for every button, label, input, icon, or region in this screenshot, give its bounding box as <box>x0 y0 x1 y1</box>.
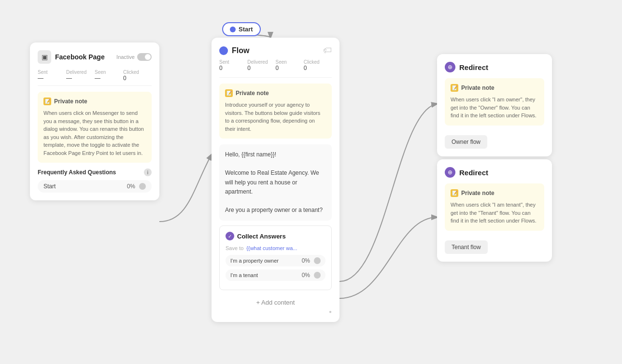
canvas: Start ▣ Facebook Page Inactive Sent — De… <box>0 0 622 364</box>
redirect-bottom-note-text: When users click "I am tenant", they get… <box>451 201 538 225</box>
answer-pct-tenant: 0% <box>302 272 310 279</box>
stat-seen-value: — <box>95 75 123 82</box>
faq-row[interactable]: Start 0% <box>38 180 152 193</box>
flow-sent-label: Sent <box>219 59 247 65</box>
flow-delivered-value: 0 <box>247 65 275 71</box>
flow-seen-label: Seen <box>276 59 304 65</box>
stat-delivered-value: — <box>66 75 95 82</box>
redirect-top-note-header: 📝 Private note <box>451 84 538 92</box>
flow-card: Flow 🏷 Sent 0 Delivered 0 Seen 0 Clicked… <box>212 38 339 322</box>
redirect-bottom-note: 📝 Private note When users click "I am te… <box>445 183 544 231</box>
facebook-page-card: ▣ Facebook Page Inactive Sent — Delivere… <box>30 42 159 200</box>
flow-note-icon: 📝 <box>225 89 233 97</box>
tenant-flow-button[interactable]: Tenant flow <box>445 240 488 254</box>
redirect-bottom-header: ⊕ Redirect <box>445 167 544 178</box>
inactive-toggle[interactable] <box>137 53 152 61</box>
start-badge[interactable]: Start <box>222 22 261 36</box>
answer-right-owner: 0% <box>302 257 321 264</box>
card-bottom-dot: ● <box>219 309 332 314</box>
flow-message-text: Hello, {{first name}}! Welcome to Real E… <box>225 150 326 215</box>
add-content[interactable]: + Add content <box>219 295 332 306</box>
faq-row-label: Start <box>43 183 56 190</box>
redirect-top-note-title: Private note <box>461 84 495 91</box>
redirect-top-note-text: When users click "I am owner", they get … <box>451 96 538 120</box>
flow-stat-delivered: Delivered 0 <box>247 59 275 71</box>
flow-stat-seen: Seen 0 <box>276 59 304 71</box>
flow-stat-sent: Sent 0 <box>219 59 247 71</box>
faq-dot <box>139 183 146 190</box>
save-to-value[interactable]: {{what customer wa... <box>246 245 297 251</box>
redirect-top-header: ⊕ Redirect <box>445 62 544 72</box>
facebook-stats-row: Sent — Delivered — Seen — Clicked 0 <box>38 70 152 86</box>
stat-clicked: Clicked 0 <box>123 70 152 82</box>
answer-dot-tenant <box>314 272 321 279</box>
faq-pct: 0% <box>127 183 135 190</box>
start-dot <box>230 27 236 32</box>
redirect-top-card: ⊕ Redirect 📝 Private note When users cli… <box>437 54 552 156</box>
redirect-bottom-title: Redirect <box>459 168 488 177</box>
answer-label-tenant: I'm a tenant <box>230 272 258 278</box>
facebook-card-header: ▣ Facebook Page Inactive <box>38 50 152 64</box>
flow-title: Flow <box>232 46 249 55</box>
answer-pct-owner: 0% <box>302 257 310 264</box>
stat-delivered: Delivered — <box>66 70 95 82</box>
flow-card-header: Flow 🏷 <box>219 45 332 56</box>
faq-header: Frequently Asked Questions i <box>38 168 152 176</box>
stat-clicked-value: 0 <box>123 75 152 82</box>
redirect-top-icon: ⊕ <box>445 62 455 72</box>
facebook-card-title: Facebook Page <box>55 53 105 61</box>
stat-clicked-label: Clicked <box>123 70 152 75</box>
facebook-title-row: ▣ Facebook Page <box>38 50 105 64</box>
facebook-private-note: 📝 Private note When users click on Messe… <box>38 92 152 163</box>
flow-private-note: 📝 Private note Introduce yourself or you… <box>219 84 332 139</box>
flow-note-header: 📝 Private note <box>225 89 326 97</box>
facebook-note-header: 📝 Private note <box>43 98 146 105</box>
answer-row-tenant[interactable]: I'm a tenant 0% <box>226 269 325 281</box>
flow-message-box: Hello, {{first name}}! Welcome to Real E… <box>219 144 332 221</box>
flow-stat-clicked: Clicked 0 <box>304 59 332 71</box>
faq-section: Frequently Asked Questions i Start 0% <box>38 168 152 193</box>
facebook-note-text: When users click on Messenger to send yo… <box>43 109 146 157</box>
stat-seen: Seen — <box>95 70 123 82</box>
collect-icon: ✓ <box>226 232 234 240</box>
redirect-top-note-icon: 📝 <box>451 84 458 92</box>
answer-right-tenant: 0% <box>302 272 321 279</box>
flow-title-row: Flow <box>219 46 249 55</box>
facebook-note-title: Private note <box>54 98 87 105</box>
flow-delivered-label: Delivered <box>247 59 275 65</box>
stat-seen-label: Seen <box>95 70 123 75</box>
inactive-badge: Inactive <box>116 53 152 61</box>
redirect-top-title: Redirect <box>459 63 488 71</box>
flow-stats: Sent 0 Delivered 0 Seen 0 Clicked 0 <box>219 59 332 78</box>
start-label: Start <box>239 26 253 33</box>
collect-title: Collect Answers <box>237 233 286 240</box>
redirect-bottom-note-title: Private note <box>461 190 495 196</box>
stat-sent-value: — <box>38 75 66 82</box>
flow-clicked-label: Clicked <box>304 59 332 65</box>
stat-sent: Sent — <box>38 70 66 82</box>
save-to-row: Save to {{what customer wa... <box>226 245 325 251</box>
faq-title: Frequently Asked Questions <box>38 169 116 176</box>
answer-row-owner[interactable]: I'm a property owner 0% <box>226 255 325 266</box>
redirect-bottom-note-header: 📝 Private note <box>451 189 538 197</box>
faq-row-right: 0% <box>127 183 146 190</box>
collect-header: ✓ Collect Answers <box>226 232 325 240</box>
answer-dot-owner <box>314 257 321 264</box>
flow-note-text: Introduce yourself or your agency to vis… <box>225 101 326 133</box>
facebook-icon: ▣ <box>38 50 51 64</box>
inactive-label: Inactive <box>116 54 135 60</box>
flow-dot <box>219 46 228 55</box>
save-to-label: Save to <box>226 245 243 251</box>
owner-flow-button[interactable]: Owner flow <box>445 135 487 149</box>
stat-delivered-label: Delivered <box>66 70 95 75</box>
redirect-top-note: 📝 Private note When users click "I am ow… <box>445 78 544 126</box>
redirect-bottom-card: ⊕ Redirect 📝 Private note When users cli… <box>437 159 552 262</box>
flow-seen-value: 0 <box>276 65 304 71</box>
flow-clicked-value: 0 <box>304 65 332 71</box>
collect-section: ✓ Collect Answers Save to {{what custome… <box>219 225 332 290</box>
answer-label-owner: I'm a property owner <box>230 258 279 264</box>
redirect-bottom-icon: ⊕ <box>445 167 455 178</box>
note-icon: 📝 <box>43 98 51 105</box>
stat-sent-label: Sent <box>38 70 66 75</box>
info-icon: i <box>144 168 152 176</box>
